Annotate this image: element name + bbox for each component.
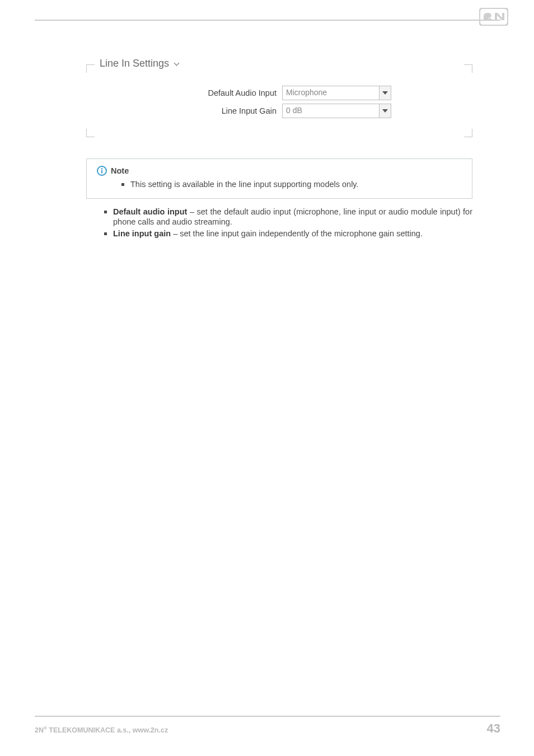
form-row-default-audio-input: Default Audio Input Microphone xyxy=(103,86,456,100)
description-list: Default audio input – set the default au… xyxy=(104,207,472,239)
footer-brand: 2N xyxy=(35,726,44,734)
header-rule xyxy=(35,20,500,21)
select-value: 0 dB xyxy=(283,104,379,118)
fieldset-legend-text: Line In Settings xyxy=(100,58,169,69)
fieldset-corner xyxy=(86,129,95,137)
info-icon xyxy=(97,166,107,176)
chevron-down-icon xyxy=(172,59,180,68)
field-label: Line Input Gain xyxy=(103,106,282,115)
definition: – set the line input gain independently … xyxy=(171,229,423,238)
fieldset-corner xyxy=(86,64,95,73)
note-list: This setting is available in the line in… xyxy=(121,179,462,190)
footer-left: 2N® TELEKOMUNIKACE a.s., www.2n.cz xyxy=(35,726,168,734)
term: Default audio input xyxy=(113,207,187,216)
note-title: Note xyxy=(111,166,129,175)
svg-point-2 xyxy=(101,168,102,169)
footer-company: TELEKOMUNIKACE a.s., www.2n.cz xyxy=(47,726,168,734)
page-footer: 2N® TELEKOMUNIKACE a.s., www.2n.cz 43 xyxy=(35,716,500,736)
brand-logo xyxy=(479,8,508,28)
default-audio-input-select[interactable]: Microphone xyxy=(282,86,391,100)
dropdown-button[interactable] xyxy=(379,86,391,100)
note-callout: Note This setting is available in the li… xyxy=(86,158,472,199)
select-value: Microphone xyxy=(283,86,379,100)
fieldset-legend[interactable]: Line In Settings xyxy=(96,58,183,69)
caret-down-icon xyxy=(382,109,388,113)
form-row-line-input-gain: Line Input Gain 0 dB xyxy=(103,104,456,118)
field-label: Default Audio Input xyxy=(103,88,282,97)
line-in-settings-fieldset: Line In Settings Default Audio Input Mic… xyxy=(86,64,472,137)
two-n-logo-icon xyxy=(479,8,508,26)
page-number: 43 xyxy=(487,721,500,736)
svg-rect-3 xyxy=(101,170,102,174)
list-item: Default audio input – set the default au… xyxy=(104,207,472,227)
list-item: Line input gain – set the line input gai… xyxy=(104,228,472,239)
caret-down-icon xyxy=(382,91,388,95)
fieldset-corner xyxy=(464,129,472,137)
note-list-item: This setting is available in the line in… xyxy=(121,179,462,190)
term: Line input gain xyxy=(113,229,171,238)
dropdown-button[interactable] xyxy=(379,104,391,118)
fieldset-corner xyxy=(464,64,472,73)
note-header: Note xyxy=(97,166,462,176)
line-input-gain-select[interactable]: 0 dB xyxy=(282,104,391,118)
